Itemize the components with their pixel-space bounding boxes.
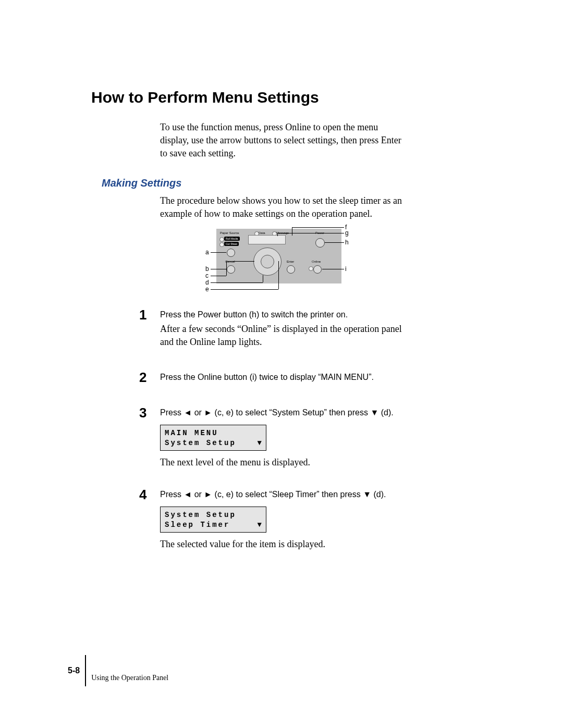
lcd-line2: System Setup — [165, 438, 262, 448]
callout-b: b — [205, 265, 209, 273]
step-2: 2 Press the Online button (i) twice to d… — [139, 371, 415, 384]
lcd-display-step4: System Setup Sleep Timer ▼ — [160, 507, 266, 533]
step-1-follow: After a few seconds “Online” is displaye… — [160, 323, 415, 349]
step-1-lead: Press the Power button (h) to switch the… — [160, 310, 415, 319]
main-heading: How to Perform Menu Settings — [91, 89, 480, 106]
lamp-cut-sheet — [219, 242, 224, 247]
callout-e: e — [205, 286, 209, 293]
text: (c, e) to select “System Setup” then pre… — [212, 408, 370, 417]
label-online: Online — [312, 260, 321, 263]
text: (d). — [371, 490, 386, 499]
step-4-follow: The selected value for the item is displ… — [160, 538, 415, 551]
label-enter: Enter — [287, 260, 294, 263]
footer-divider — [85, 655, 86, 686]
nav-dial-center[interactable] — [261, 255, 274, 268]
text: Press — [160, 490, 183, 499]
step-number: 4 — [139, 488, 160, 551]
enter-button[interactable] — [287, 265, 295, 274]
down-arrow-icon: ▼ — [370, 408, 378, 417]
lcd-line1: System Setup — [165, 510, 262, 520]
down-arrow-icon: ▼ — [258, 520, 262, 530]
step-number: 3 — [139, 406, 160, 469]
step-4-lead: Press ◄ or ► (c, e) to select “Sleep Tim… — [160, 490, 415, 499]
callout-c: c — [205, 272, 209, 279]
online-button[interactable] — [313, 265, 322, 274]
callout-h: h — [345, 239, 349, 246]
callout-g: g — [345, 229, 349, 237]
step-4: 4 Press ◄ or ► (c, e) to select “Sleep T… — [139, 488, 415, 551]
left-arrow-icon: ◄ — [183, 490, 192, 499]
step-2-lead: Press the Online button (i) twice to dis… — [160, 373, 415, 382]
lcd-display-step3: MAIN MENU System Setup ▼ — [160, 425, 266, 451]
sub-intro-paragraph: The procedure below shows you how to set… — [160, 194, 415, 220]
step-3-follow: The next level of the menu is displayed. — [160, 456, 415, 469]
right-arrow-icon: ► — [204, 490, 212, 499]
lcd-line1: MAIN MENU — [165, 428, 262, 438]
down-arrow-icon: ▼ — [363, 490, 371, 499]
label-data: Data — [259, 231, 265, 235]
lcd-line2: Sleep Timer — [165, 520, 262, 530]
paper-source-button[interactable] — [227, 249, 235, 257]
intro-paragraph: To use the function menus, press Online … — [160, 121, 408, 161]
sub-heading: Making Settings — [102, 177, 480, 189]
right-arrow-icon: ► — [204, 408, 212, 417]
left-arrow-icon: ◄ — [183, 408, 192, 417]
step-3: 3 Press ◄ or ► (c, e) to select “System … — [139, 406, 415, 469]
pill-roll-media: Roll Media — [224, 237, 240, 241]
operation-panel-figure: Paper Source Data Message Power Roll Med… — [209, 226, 354, 299]
page: How to Perform Menu Settings To use the … — [0, 0, 563, 728]
down-arrow-icon: ▼ — [258, 438, 262, 448]
power-button[interactable] — [315, 238, 325, 248]
text: Press — [160, 408, 183, 417]
cancel-button[interactable] — [227, 265, 235, 274]
lamp-online — [309, 266, 313, 271]
pill-cut-sheet: Cut Sheet — [224, 242, 239, 246]
footer-section-title: Using the Operation Panel — [91, 659, 168, 682]
callout-i: i — [345, 265, 347, 273]
text: (d). — [378, 408, 393, 417]
label-paper-source: Paper Source — [220, 231, 239, 235]
text: (c, e) to select “Sleep Timer” then pres… — [212, 490, 363, 499]
text: or — [192, 490, 204, 499]
callout-d: d — [205, 279, 209, 286]
step-3-lead: Press ◄ or ► (c, e) to select “System Se… — [160, 408, 415, 417]
lamp-roll-media — [219, 237, 224, 242]
callout-a: a — [205, 249, 209, 256]
text: or — [192, 408, 204, 417]
step-number: 1 — [139, 308, 160, 349]
step-1: 1 Press the Power button (h) to switch t… — [139, 308, 415, 349]
step-number: 2 — [139, 371, 160, 384]
panel-lcd — [248, 235, 286, 244]
page-footer: 5-8 Using the Operation Panel — [68, 660, 168, 681]
page-number: 5-8 — [68, 666, 85, 675]
